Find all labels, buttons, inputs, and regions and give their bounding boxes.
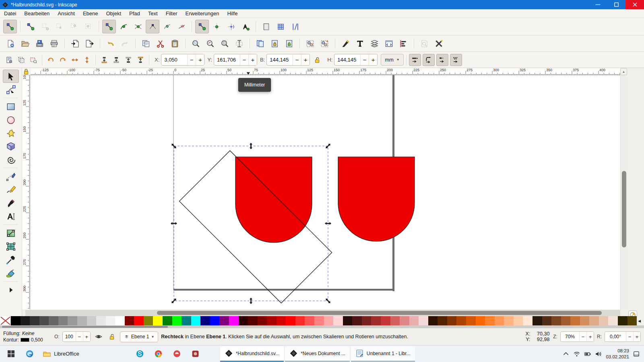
- xml-editor-button[interactable]: [382, 37, 396, 50]
- palette-swatch[interactable]: [580, 316, 590, 325]
- rotation-field[interactable]: 0,00°−+: [605, 331, 641, 342]
- zoom-field[interactable]: 70%−+: [560, 331, 594, 342]
- zoom-increment-button[interactable]: +: [586, 331, 594, 342]
- palette-swatch[interactable]: [239, 316, 248, 325]
- snap-bbox-corner-button[interactable]: [53, 20, 66, 33]
- palette-swatch[interactable]: [58, 316, 68, 325]
- snap-page-button[interactable]: [259, 20, 273, 33]
- palette-swatch[interactable]: [333, 316, 343, 325]
- start-button[interactable]: [2, 346, 20, 362]
- palette-swatch[interactable]: [390, 316, 400, 325]
- menu-filter[interactable]: Filter: [162, 10, 182, 17]
- zoom-drawing-button[interactable]: [204, 37, 217, 50]
- height-field-value[interactable]: 144,145: [334, 57, 360, 63]
- vertical-scrollbar[interactable]: [620, 75, 627, 310]
- palette-swatch[interactable]: [163, 316, 172, 325]
- skype-taskbar-icon[interactable]: [131, 346, 149, 362]
- preferences-button[interactable]: [432, 37, 446, 50]
- fill-stroke-indicator[interactable]: Füllung:Keine Kontur:0,500: [3, 331, 52, 343]
- pencil-tool[interactable]: [3, 183, 19, 196]
- taskbar-clock[interactable]: 08:2303.02.2021: [606, 348, 629, 360]
- y-decrement-button[interactable]: −: [240, 54, 248, 66]
- text-dialog-button[interactable]: [353, 37, 367, 50]
- rotate-cw-button[interactable]: [57, 54, 69, 66]
- height-decrement-button[interactable]: −: [360, 54, 369, 66]
- menu-datei[interactable]: Datei: [0, 10, 20, 17]
- save-document-button[interactable]: [33, 37, 46, 50]
- palette-swatch[interactable]: [172, 316, 182, 325]
- horizontal-ruler[interactable]: -125-100-75-50-2502550751001251501752002…: [30, 68, 620, 75]
- palette-swatch[interactable]: [258, 316, 267, 325]
- palette-swatch[interactable]: [409, 316, 419, 325]
- palette-swatch[interactable]: [495, 316, 504, 325]
- palette-swatch[interactable]: [77, 316, 87, 325]
- zoom-selection-button[interactable]: [189, 37, 202, 50]
- width-decrement-button[interactable]: −: [293, 54, 301, 66]
- node-editor-tool[interactable]: [3, 83, 19, 96]
- palette-swatch[interactable]: [39, 316, 49, 325]
- raise-to-top-button[interactable]: [134, 54, 147, 66]
- snap-bbox-button[interactable]: [24, 20, 37, 33]
- layer-visibility-button[interactable]: [93, 331, 104, 342]
- palette-swatch[interactable]: [314, 316, 324, 325]
- horizontal-scrollbar-thumb[interactable]: [157, 311, 602, 315]
- taskbar-window-1[interactable]: *Halbrundschild.sv...: [220, 346, 284, 362]
- new-document-button[interactable]: [4, 37, 17, 50]
- palette-swatch[interactable]: [542, 316, 552, 325]
- import-document-button[interactable]: [68, 37, 82, 50]
- gradient-tool[interactable]: [3, 226, 19, 240]
- palette-swatch[interactable]: [533, 316, 542, 325]
- palette-scroll-arrow[interactable]: ◀: [638, 319, 641, 323]
- height-field[interactable]: 144,145−+: [334, 54, 378, 66]
- palette-swatch[interactable]: [11, 316, 21, 325]
- create-clone-button[interactable]: [268, 37, 281, 50]
- cut-button[interactable]: [154, 37, 167, 50]
- app-maroon-taskbar-icon[interactable]: [186, 346, 205, 362]
- rotation-decrement-button[interactable]: −: [626, 331, 633, 342]
- print-document-button[interactable]: [47, 37, 61, 50]
- menu-pfad[interactable]: Pfad: [125, 10, 144, 17]
- select-all-layers-button[interactable]: [15, 54, 27, 66]
- palette-swatch[interactable]: [210, 316, 220, 325]
- horizontal-scrollbar[interactable]: [25, 310, 620, 316]
- palette-swatch[interactable]: [400, 316, 409, 325]
- volume-tray-icon[interactable]: [595, 350, 602, 358]
- palette-swatch[interactable]: [324, 316, 334, 325]
- open-document-button[interactable]: [19, 37, 32, 50]
- palette-swatch[interactable]: [362, 316, 372, 325]
- rotate-ccw-button[interactable]: [45, 54, 57, 66]
- palette-swatch[interactable]: [381, 316, 390, 325]
- spiral-tool[interactable]: [3, 153, 19, 166]
- palette-swatch[interactable]: [627, 316, 637, 325]
- y-increment-button[interactable]: +: [248, 54, 257, 66]
- layer-dropdown[interactable]: Ebene 1▼: [120, 331, 159, 342]
- flip-vertical-button[interactable]: [81, 54, 93, 66]
- minimize-button[interactable]: [588, 0, 607, 9]
- align-dialog-button[interactable]: [397, 37, 410, 50]
- palette-swatch[interactable]: [191, 316, 201, 325]
- taskbar-window-3[interactable]: Unbenannt 1 - Libr...: [351, 346, 415, 362]
- app-red-taskbar-icon[interactable]: [168, 346, 186, 362]
- palette-swatch[interactable]: [589, 316, 599, 325]
- x-increment-button[interactable]: +: [196, 54, 204, 66]
- palette-swatch[interactable]: [561, 316, 571, 325]
- star-tool[interactable]: [3, 126, 19, 140]
- battery-tray-icon[interactable]: [584, 350, 591, 358]
- snap-master-button[interactable]: [3, 20, 17, 33]
- zoom-decrement-button[interactable]: −: [579, 331, 586, 342]
- palette-scrollbar-thumb[interactable]: [2, 326, 168, 328]
- affect-stroke-toggle[interactable]: [409, 54, 421, 66]
- palette-swatch[interactable]: [419, 316, 428, 325]
- close-button[interactable]: [625, 0, 644, 9]
- opacity-field[interactable]: 100−+: [62, 331, 91, 342]
- x-decrement-button[interactable]: −: [187, 54, 196, 66]
- snap-bbox-center-button[interactable]: [82, 20, 95, 33]
- dropper-tool[interactable]: [3, 253, 19, 266]
- affect-corners-toggle[interactable]: [423, 54, 435, 66]
- palette-swatch[interactable]: [514, 316, 523, 325]
- menu-ebene[interactable]: Ebene: [79, 10, 102, 17]
- x-field-value[interactable]: 3,050: [161, 57, 187, 63]
- palette-swatch[interactable]: [504, 316, 514, 325]
- select-all-button[interactable]: [3, 54, 15, 66]
- layer-lock-button[interactable]: [107, 331, 117, 342]
